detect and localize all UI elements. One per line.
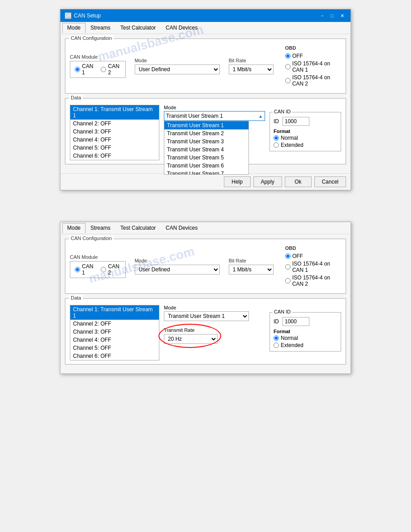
obd-iso2-radio-2[interactable] [285,278,291,283]
obd-iso1-radio-2[interactable] [285,264,291,270]
can2-label-2: CAN 2 [108,263,120,276]
can-config-content: CAN Module CAN 1 CAN 2 [70,45,341,87]
dropdown-item-1[interactable]: Transmit User Stream 1 [164,121,248,129]
channel-list-wrapper-2: Channel 1: Transmit User Stream 1 Channe… [70,305,159,360]
tab-can-devices-2[interactable]: CAN Devices [161,223,202,233]
mode-select[interactable]: User Defined [135,64,220,74]
mode-field-label-2: Mode [135,258,220,263]
channel-item-2-4[interactable]: Channel 4: OFF [70,336,159,344]
can-module-label-2: CAN Module [70,254,126,260]
cancel-button[interactable]: Cancel [314,176,346,187]
mode-field-label: Mode [135,58,220,63]
mode-dropdown-list: Transmit User Stream 1 Transmit User Str… [164,121,249,175]
obd-off-radio[interactable] [285,53,291,59]
channel-item-2-2[interactable]: Channel 2: OFF [70,320,159,328]
channel-item-2-3[interactable]: Channel 3: OFF [70,328,159,336]
title-bar-left: G4 CAN Setup [65,13,101,19]
can2-radio-2[interactable] [101,267,106,272]
format-extended-radio-2[interactable] [274,343,279,348]
tab-test-calculator-2[interactable]: Test Calculator [116,223,161,233]
obd-off-group: OFF [285,53,341,59]
can2-radio-group: CAN 2 [101,63,120,76]
minimize-button[interactable]: − [318,12,326,19]
tab-streams[interactable]: Streams [86,23,116,33]
channel-item-6[interactable]: Channel 6: OFF [70,152,159,160]
transmit-rate-section: Transmit Rate 20 Hz [164,327,218,344]
tab-mode[interactable]: Mode [62,23,86,33]
tab-mode-2[interactable]: Mode [62,223,86,233]
title-bar: G4 CAN Setup − □ ✕ [60,9,351,22]
mode-section: Mode Transmit User Stream 1 ▲ Transmit U… [164,105,265,160]
bitrate-select-2[interactable]: 1 Mbit/s [229,265,274,275]
dropdown-item-3[interactable]: Transmit User Stream 3 [164,137,248,146]
title-bar-controls: − □ ✕ [318,12,346,19]
data-inner-2: Channel 1: Transmit User Stream 1 Channe… [70,305,341,360]
data-section: Data Channel 1: Transmit User Stream 1 C… [65,98,346,164]
id-row-2: ID [274,317,337,326]
can-config-section: CAN Configuration CAN Module CAN 1 [65,39,346,94]
obd-off-radio-2[interactable] [285,253,291,259]
dropdown-item-2[interactable]: Transmit User Stream 2 [164,129,248,137]
mode-select-data-2[interactable]: Transmit User Stream 1 [164,311,249,321]
channel-item-2-6[interactable]: Channel 6: OFF [70,352,159,360]
transmit-rate-select[interactable]: 20 Hz [164,334,218,344]
config-row-2: CAN Module CAN 1 CAN 2 [70,245,341,287]
channel-item-3[interactable]: Channel 3: OFF [70,128,159,136]
dropdown-item-5[interactable]: Transmit User Stream 5 [164,154,248,162]
channel-item-4[interactable]: Channel 4: OFF [70,136,159,144]
data-section-content-2: Channel 1: Transmit User Stream 1 Channe… [70,305,341,360]
obd-iso2-radio[interactable] [285,78,291,83]
obd-group-2: OBD OFF ISO 15764-4 on CAN 1 ISO 15764-4… [285,245,341,287]
can-id-label-2: CAN ID [273,309,292,314]
obd-iso1-radio[interactable] [285,64,291,69]
can-module-radios-2: CAN 1 CAN 2 [70,261,126,278]
channel-item-1[interactable]: Channel 1: Transmit User Stream 1 [70,105,159,120]
close-button[interactable]: ✕ [338,12,346,19]
data-inner: Channel 1: Transmit User Stream 1 Channe… [70,105,341,160]
ok-button[interactable]: Ok [285,176,312,187]
dropdown-item-6[interactable]: Transmit User Stream 6 [164,162,248,170]
mode-dropdown-header[interactable]: Transmit User Stream 1 ▲ [164,111,265,121]
apply-button[interactable]: Apply [253,176,282,187]
window-content: CAN Configuration CAN Module CAN 1 [60,34,351,173]
mode-select-2[interactable]: User Defined [135,265,220,275]
dropdown-item-7[interactable]: Transmit User Stream 7 [164,170,248,175]
channel-item-2-5[interactable]: Channel 5: OFF [70,344,159,352]
can1-radio[interactable] [75,67,80,72]
channel-list-wrapper: Channel 1: Transmit User Stream 1 Channe… [70,105,159,160]
obd-iso1-group: ISO 15764-4 on CAN 1 [285,60,341,73]
tab-can-devices[interactable]: CAN Devices [161,23,202,33]
can1-radio-2[interactable] [75,267,80,272]
can2-radio[interactable] [101,67,106,72]
format-normal-radio[interactable] [274,135,279,141]
maximize-button[interactable]: □ [328,12,336,19]
format-extended-radio[interactable] [274,142,279,148]
bottom-buttons: Help Apply Ok Cancel [60,173,351,190]
mode-field-group-2: Mode User Defined [135,258,220,275]
can1-label: CAN 1 [82,63,94,76]
obd-iso2-label: ISO 15764-4 on CAN 2 [292,74,341,87]
tab-streams-2[interactable]: Streams [86,223,116,233]
id-input-2[interactable] [283,317,309,326]
bitrate-select[interactable]: 1 Mbit/s [229,64,274,74]
tab-test-calculator[interactable]: Test Calculator [116,23,161,33]
menu-bar: Mode Streams Test Calculator CAN Devices [60,22,351,34]
can-id-label: CAN ID [273,109,292,114]
can2-label: CAN 2 [108,63,120,76]
mode-field-group: Mode User Defined [135,58,220,74]
menu-bar-2: Mode Streams Test Calculator CAN Devices [60,222,351,234]
channel-item-2[interactable]: Channel 2: OFF [70,120,159,128]
dropdown-item-4[interactable]: Transmit User Stream 4 [164,146,248,154]
help-button[interactable]: Help [224,176,251,187]
format-extended-label: Extended [281,142,304,148]
bitrate-field-label: Bit Rate [229,58,274,63]
id-input[interactable] [283,117,309,126]
format-normal-radio-2[interactable] [274,335,279,341]
format-normal-label-2: Normal [281,335,298,341]
can1-label-2: CAN 1 [82,263,94,276]
can1-radio-group: CAN 1 [75,63,94,76]
can-module-radios: CAN 1 CAN 2 [70,61,126,78]
channel-item-2-1[interactable]: Channel 1: Transmit User Stream 1 [70,305,159,320]
channel-item-5[interactable]: Channel 5: OFF [70,144,159,152]
obd-label: OBD [285,45,341,51]
